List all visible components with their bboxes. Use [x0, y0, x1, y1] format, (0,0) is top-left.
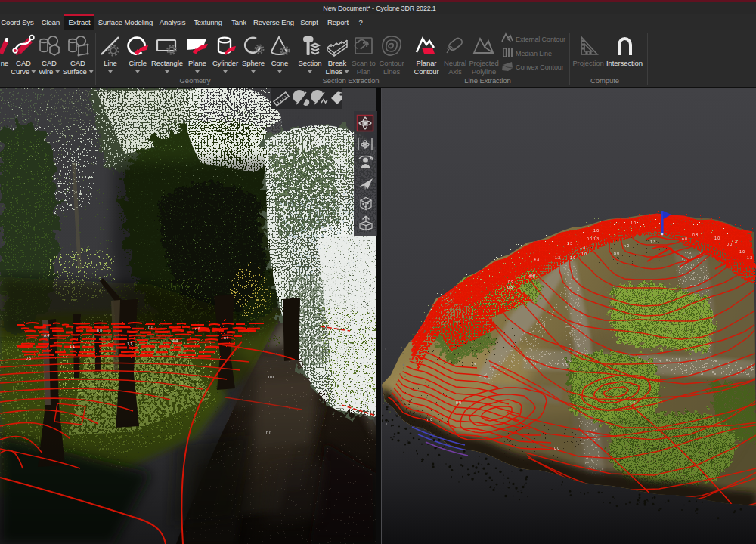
svg-text:n 0: n 0: [624, 243, 629, 248]
svg-text:n n: n n: [268, 374, 274, 379]
svg-text:0 8: 0 8: [692, 233, 698, 237]
svg-text:0 9: 0 9: [456, 400, 461, 405]
svg-text:0 0: 0 0: [727, 242, 732, 246]
svg-text:n 0: n 0: [427, 417, 432, 422]
svg-text:0 0: 0 0: [562, 363, 567, 367]
svg-text:n f: n f: [224, 335, 228, 340]
svg-text:1 3: 1 3: [580, 245, 585, 249]
svg-text:0 9: 0 9: [530, 273, 535, 277]
svg-text:n n: n n: [266, 430, 271, 434]
svg-text:1 0: 1 0: [631, 221, 636, 225]
svg-text:n 0: n 0: [614, 251, 619, 255]
svg-text:1 3: 1 3: [732, 240, 737, 244]
svg-text:1 3: 1 3: [555, 255, 560, 260]
svg-text:1 0: 1 0: [570, 255, 575, 260]
svg-text:0 0: 0 0: [587, 236, 592, 241]
svg-text:4 3: 4 3: [534, 257, 539, 261]
svg-text:1 1: 1 1: [70, 344, 75, 348]
svg-text:n f: n f: [148, 325, 153, 329]
svg-text:1 3: 1 3: [593, 236, 599, 241]
svg-text:A 4: A 4: [44, 333, 49, 338]
svg-text:1 0: 1 0: [581, 252, 587, 256]
svg-text:1 0: 1 0: [714, 236, 720, 240]
svg-text:0 8: 0 8: [507, 285, 513, 289]
svg-text:1 3: 1 3: [650, 240, 655, 244]
svg-text:4 4: 4 4: [172, 338, 178, 343]
svg-text:0 9: 0 9: [508, 280, 513, 284]
svg-text:n 0: n 0: [682, 236, 687, 241]
svg-text:4 4: 4 4: [630, 400, 635, 405]
svg-text:n n: n n: [97, 328, 102, 332]
svg-text:0 0: 0 0: [554, 446, 559, 450]
svg-text:1 5: 1 5: [471, 363, 476, 367]
svg-text:1 3: 1 3: [567, 241, 572, 246]
svg-text:1 0: 1 0: [739, 249, 745, 254]
svg-text:n f: n f: [195, 326, 200, 331]
svg-text:1 3: 1 3: [747, 255, 752, 260]
svg-text:1 1: 1 1: [127, 342, 132, 346]
svg-text:1 0: 1 0: [593, 228, 599, 233]
svg-text:0 5: 0 5: [26, 356, 31, 360]
svg-text:A 4: A 4: [316, 333, 321, 338]
